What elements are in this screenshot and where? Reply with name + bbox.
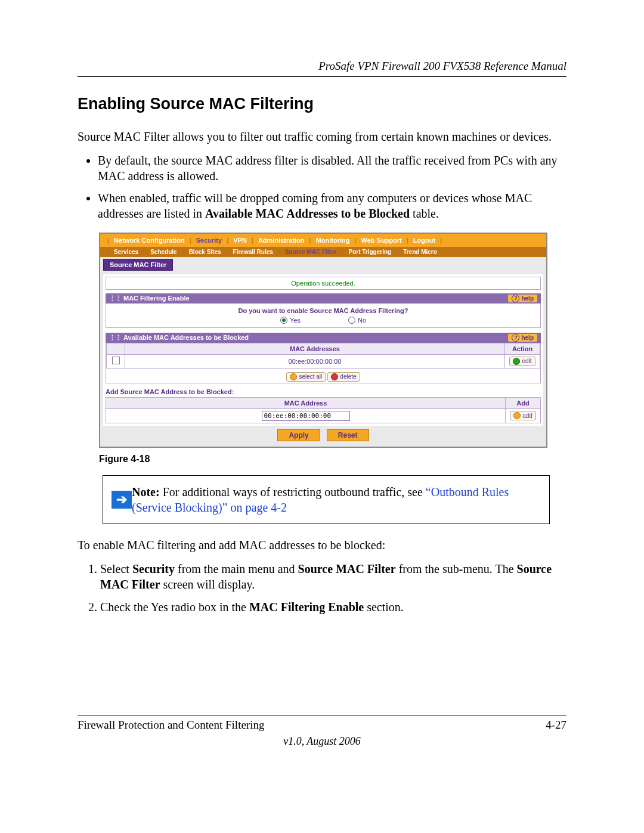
nav-security[interactable]: Security <box>194 236 224 245</box>
add-button[interactable]: add <box>510 411 536 420</box>
page-tab-source-mac-filter[interactable]: Source MAC Filter <box>103 259 173 271</box>
bottom-divider <box>78 716 566 716</box>
subnav-schedule[interactable]: Schedule <box>148 248 178 256</box>
apply-button[interactable]: Apply <box>277 429 320 441</box>
content-area: Operation succeeded. ⋮⋮ MAC Filtering En… <box>103 274 543 443</box>
intro-paragraph: Source MAC Filter allows you to filter o… <box>78 129 566 144</box>
col-mac-addresses: MAC Addresses <box>125 343 505 354</box>
col-action: Action <box>505 343 540 354</box>
select-all-icon <box>290 373 297 380</box>
nav-monitoring[interactable]: Monitoring <box>314 236 352 245</box>
enable-question: Do you want to enable Source MAC Address… <box>110 307 537 314</box>
radio-yes[interactable]: Yes <box>280 317 301 324</box>
footer-row: Firewall Protection and Content Filterin… <box>78 719 566 732</box>
nav-administration[interactable]: Administration <box>256 236 307 245</box>
bullet-list: By default, the source MAC address filte… <box>78 153 566 222</box>
note-text: Note: For additional ways of restricting… <box>132 484 541 515</box>
reset-button[interactable]: Reset <box>327 429 369 441</box>
radio-no[interactable]: No <box>348 317 366 324</box>
help-icon: ? <box>512 334 519 342</box>
mac-addresses-table: MAC Addresses Action 00:ee:00:00:00:00 e… <box>106 343 540 368</box>
mac-address-input[interactable] <box>262 411 350 421</box>
subnav-port-triggering[interactable]: Port Triggering <box>346 248 393 256</box>
col-mac-address: MAC Address <box>106 397 506 408</box>
available-mac-panel: ⋮⋮ Available MAC Addresses to be Blocked… <box>106 333 541 383</box>
figure-caption: Figure 4-18 <box>99 454 566 465</box>
delete-icon <box>331 373 338 380</box>
col-checkbox <box>107 343 125 354</box>
footer-page-number: 4-27 <box>546 719 566 732</box>
add-icon <box>513 412 521 419</box>
panel-title: Available MAC Addresses to be Blocked <box>123 334 249 341</box>
sub-nav-bar: :: Services:: Schedule:: Block Sites:: F… <box>100 247 546 257</box>
bullet-item: When enabled, traffic will be dropped co… <box>98 190 566 222</box>
help-icon: ? <box>512 295 519 302</box>
top-divider <box>78 76 566 77</box>
radio-icon <box>280 317 287 324</box>
table-header-row: MAC Address Add <box>106 397 541 408</box>
radio-icon <box>348 317 355 324</box>
mac-filtering-enable-panel: ⋮⋮ MAC Filtering Enable ? help Do you wa… <box>106 293 541 328</box>
delete-button[interactable]: delete <box>327 372 360 382</box>
table-header-row: MAC Addresses Action <box>107 343 540 354</box>
edit-icon <box>513 358 520 365</box>
nav-logout[interactable]: Logout <box>411 236 438 245</box>
panel-title: MAC Filtering Enable <box>123 295 190 302</box>
section-heading: Enabling Source MAC Filtering <box>78 95 566 113</box>
running-header: ProSafe VPN Firewall 200 FVX538 Referenc… <box>78 60 566 73</box>
grip-icon: ⋮⋮ <box>109 334 121 342</box>
step-item: Select Security from the main menu and S… <box>100 561 566 593</box>
subnav-block-sites[interactable]: Block Sites <box>187 248 223 256</box>
note-arrow-icon: ➔ <box>112 491 132 509</box>
nav-vpn[interactable]: VPN <box>231 236 249 245</box>
add-section-heading: Add Source MAC Address to be Blocked: <box>106 388 541 395</box>
select-all-button[interactable]: select all <box>286 372 326 382</box>
nav-web-support[interactable]: Web Support <box>359 236 404 245</box>
footer-version: v1.0, August 2006 <box>78 735 566 748</box>
bullet-item: By default, the source MAC address filte… <box>98 153 566 184</box>
edit-button[interactable]: edit <box>509 357 535 366</box>
subnav-firewall-rules[interactable]: Firewall Rules <box>231 248 275 256</box>
steps-list: Select Security from the main menu and S… <box>78 561 566 615</box>
subnav-services[interactable]: Services <box>112 248 140 256</box>
step-item: Check the Yes radio box in the MAC Filte… <box>100 599 566 615</box>
help-link[interactable]: ? help <box>508 295 537 302</box>
add-mac-table: MAC Address Add add <box>106 397 541 423</box>
subnav-trend-micro[interactable]: Trend Micro <box>401 248 439 256</box>
subnav-source-mac-filter[interactable]: Source MAC Filter <box>283 248 339 256</box>
main-nav-bar: | Network Configuration| Security| VPN| … <box>100 234 546 247</box>
row-checkbox[interactable] <box>112 357 120 364</box>
help-link[interactable]: ? help <box>508 334 537 342</box>
nav-network-configuration[interactable]: Network Configuration <box>112 236 187 245</box>
mac-address-cell: 00:ee:00:00:00:00 <box>125 354 505 368</box>
grip-icon: ⋮⋮ <box>109 295 121 302</box>
table-row: add <box>106 408 541 423</box>
footer-chapter: Firewall Protection and Content Filterin… <box>78 719 264 732</box>
operation-status: Operation succeeded. <box>106 277 541 290</box>
post-note-paragraph: To enable MAC filtering and add MAC addr… <box>78 537 566 553</box>
note-box: ➔ Note: For additional ways of restricti… <box>103 475 550 524</box>
col-add: Add <box>506 397 541 408</box>
page-tab-row: Source MAC Filter <box>100 257 546 272</box>
embedded-ui-figure: | Network Configuration| Security| VPN| … <box>99 233 547 448</box>
table-row: 00:ee:00:00:00:00 edit <box>107 354 540 368</box>
